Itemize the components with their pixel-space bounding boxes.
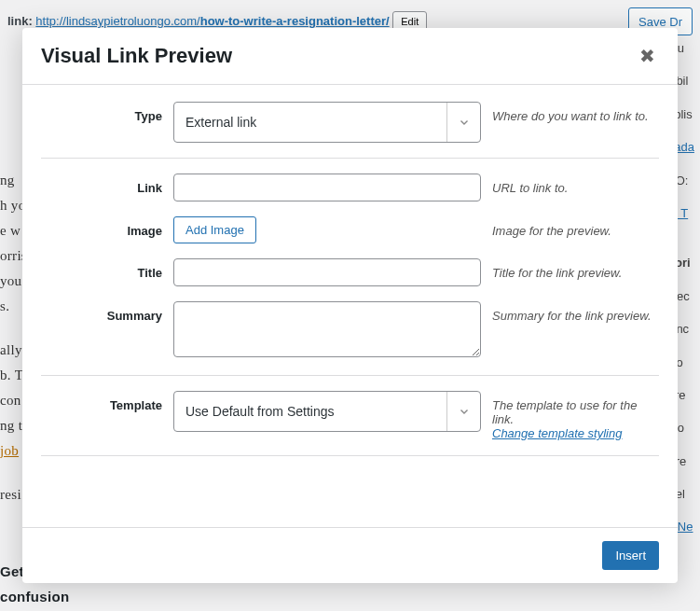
add-image-button[interactable]: Add Image: [173, 216, 256, 243]
close-button[interactable]: ✖: [636, 41, 659, 71]
divider: [41, 375, 659, 376]
template-help: The template to use for the link. Change…: [492, 391, 659, 440]
title-row: Title Title for the link preview.: [22, 251, 678, 294]
image-label: Image: [41, 216, 162, 238]
title-label: Title: [41, 258, 162, 280]
type-select-value: External link: [174, 103, 446, 142]
image-help: Image for the preview.: [492, 216, 659, 238]
link-row: Link URL to link to.: [22, 166, 678, 209]
title-help: Title for the link preview.: [492, 258, 659, 280]
modal-body: Type External link Where do you want to …: [22, 85, 678, 527]
link-help: URL to link to.: [492, 174, 659, 195]
type-select[interactable]: External link: [173, 102, 481, 143]
template-select[interactable]: Use Default from Settings: [173, 391, 481, 432]
link-label: Link: [41, 174, 162, 195]
change-template-styling-link[interactable]: Change template styling: [492, 426, 622, 440]
link-input[interactable]: [173, 174, 481, 201]
summary-textarea[interactable]: [173, 301, 481, 357]
permalink-url[interactable]: http://lindsaypietroluongo.com/how-to-wr…: [35, 14, 389, 28]
template-row: Template Use Default from Settings The t…: [22, 383, 678, 448]
summary-help: Summary for the link preview.: [492, 301, 659, 323]
divider: [41, 455, 659, 456]
modal-footer: Insert: [22, 527, 678, 583]
chevron-down-icon: [446, 392, 480, 431]
divider: [41, 158, 659, 159]
visual-link-preview-modal: Visual Link Preview ✖ Type External link…: [22, 28, 678, 583]
modal-header: Visual Link Preview ✖: [22, 28, 678, 85]
type-row: Type External link Where do you want to …: [22, 94, 678, 150]
template-select-value: Use Default from Settings: [174, 392, 446, 431]
title-input[interactable]: [173, 258, 481, 286]
summary-row: Summary Summary for the link preview.: [22, 294, 678, 368]
summary-label: Summary: [41, 301, 162, 323]
image-row: Image Add Image Image for the preview.: [22, 209, 678, 251]
type-help: Where do you want to link to.: [492, 102, 659, 123]
permalink-label: link:: [7, 14, 33, 28]
insert-button[interactable]: Insert: [602, 541, 659, 570]
template-label: Template: [41, 391, 162, 412]
chevron-down-icon: [446, 103, 480, 142]
type-label: Type: [41, 102, 162, 123]
modal-title: Visual Link Preview: [41, 44, 232, 68]
close-icon: ✖: [639, 46, 655, 66]
